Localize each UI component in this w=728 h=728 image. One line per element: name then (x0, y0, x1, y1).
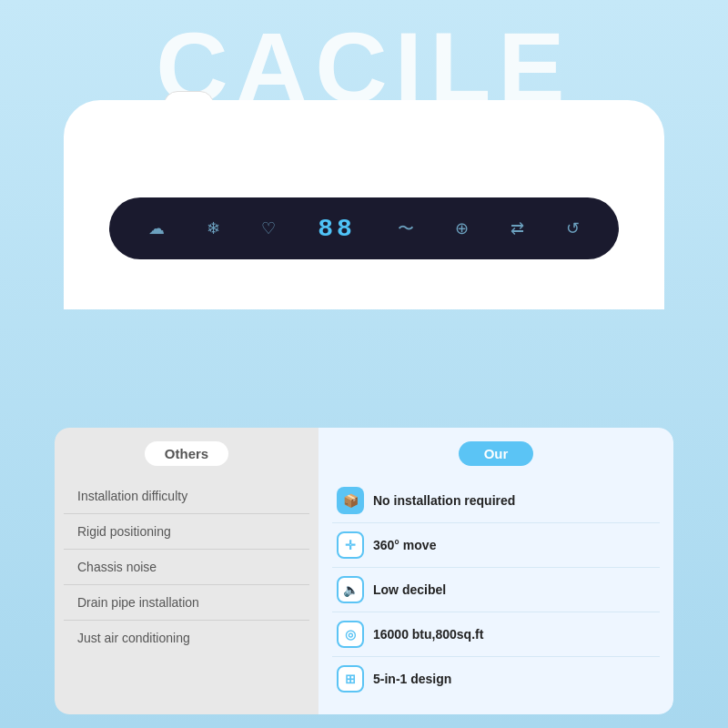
panel-icon-7: ↺ (566, 218, 580, 238)
panel-icon-2: ❄ (207, 218, 220, 238)
btu-icon: ◎ (337, 621, 364, 648)
others-row-1: Installation difficulty (64, 479, 309, 514)
our-feature-2: 360° move (373, 538, 436, 552)
our-header: Our (332, 441, 660, 466)
our-feature-3: Low decibel (373, 582, 446, 597)
panel-icon-1: ☁ (148, 218, 165, 238)
our-row-4: ◎ 16000 btu,800sq.ft (332, 612, 660, 657)
others-row-3: Chassis noise (64, 550, 309, 585)
design-icon: ⊞ (337, 665, 364, 693)
our-row-2: ✛ 360° move (332, 523, 660, 568)
our-badge: Our (459, 441, 534, 466)
panel-icon-3: ♡ (261, 218, 276, 238)
move-icon: ✛ (337, 531, 364, 559)
our-feature-1: No installation required (373, 493, 515, 508)
our-feature-5: 5-in-1 design (373, 672, 451, 686)
device-body: ☁ ❄ ♡ 88 〜 ⊕ ⇄ ↺ (64, 100, 664, 309)
others-badge: Others (145, 441, 228, 466)
main-container: CACILE (0, 0, 728, 728)
our-row-5: ⊞ 5-in-1 design (332, 657, 660, 701)
our-row-3: 🔈 Low decibel (332, 568, 660, 612)
others-row-2: Rigid positioning (64, 514, 309, 550)
panel-icon-5: ⊕ (455, 218, 469, 238)
panel-icon-6: ⇄ (511, 218, 524, 238)
product-scene: ☁ ❄ ♡ 88 〜 ⊕ ⇄ ↺ (55, 46, 673, 309)
panel-icon-4: 〜 (398, 217, 414, 239)
sound-icon: 🔈 (337, 576, 364, 603)
others-row-5: Just air conditioning (64, 621, 309, 655)
others-column: Others Installation difficulty Rigid pos… (55, 428, 318, 714)
comparison-section: Others Installation difficulty Rigid pos… (55, 428, 673, 714)
box-icon: 📦 (337, 487, 364, 514)
our-feature-4: 16000 btu,800sq.ft (373, 627, 483, 642)
control-panel: ☁ ❄ ♡ 88 〜 ⊕ ⇄ ↺ (109, 197, 619, 259)
panel-display: 88 (318, 215, 356, 243)
our-column: Our 📦 No installation required ✛ 360° mo… (318, 428, 673, 714)
others-header: Others (64, 441, 309, 466)
our-row-1: 📦 No installation required (332, 479, 660, 523)
others-row-4: Drain pipe installation (64, 585, 309, 621)
